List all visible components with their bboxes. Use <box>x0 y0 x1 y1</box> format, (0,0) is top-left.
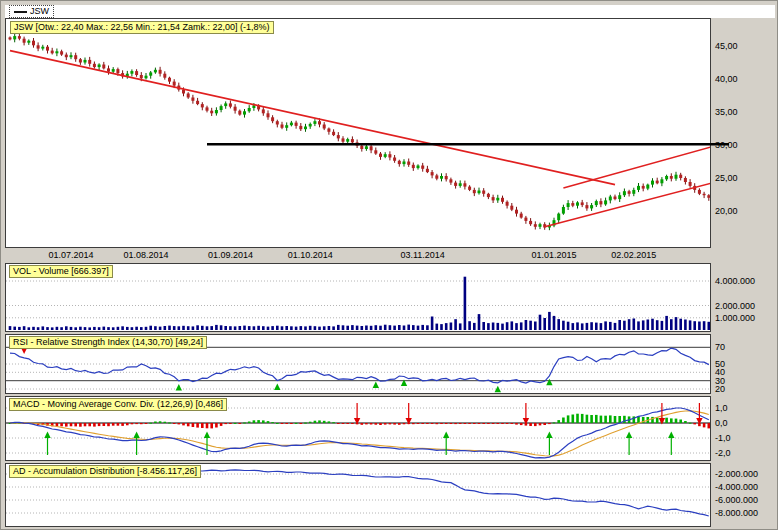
series-line-sample-icon <box>14 11 27 13</box>
svg-text:30: 30 <box>715 376 725 386</box>
svg-text:1,0: 1,0 <box>715 403 728 413</box>
svg-text:-2.000.000: -2.000.000 <box>715 469 758 479</box>
svg-text:01.10.2014: 01.10.2014 <box>288 250 333 260</box>
svg-text:40,00: 40,00 <box>715 74 738 84</box>
price-panel-title[interactable]: JSW [Otw.: 22,40 Max.: 22,56 Min.: 21,54… <box>10 21 274 34</box>
svg-text:1.000.000: 1.000.000 <box>715 313 755 323</box>
chart-application-window: JSW JSW [Otw.: 22,40 Max.: 22,56 Min.: 2… <box>0 0 778 530</box>
svg-text:01.09.2014: 01.09.2014 <box>208 250 253 260</box>
svg-text:30,00: 30,00 <box>715 140 738 150</box>
svg-text:50: 50 <box>715 359 725 369</box>
svg-text:20,00: 20,00 <box>715 206 738 216</box>
svg-text:4.000.000: 4.000.000 <box>715 276 755 286</box>
svg-text:-6.000.000: -6.000.000 <box>715 495 758 505</box>
volume-panel-title[interactable]: VOL - Volume [666.397] <box>9 265 113 278</box>
svg-text:-1,0: -1,0 <box>715 433 731 443</box>
svg-text:70: 70 <box>715 342 725 352</box>
date-axis-labels: 01.07.201401.08.201401.09.201401.10.2014… <box>48 250 656 260</box>
series-legend-label: JSW <box>30 6 49 17</box>
svg-text:2.000.000: 2.000.000 <box>715 301 755 311</box>
legend-strip: JSW <box>5 5 775 18</box>
price-chart-panel[interactable] <box>5 18 711 248</box>
svg-text:25,00: 25,00 <box>715 173 738 183</box>
svg-text:-8.000.000: -8.000.000 <box>715 508 758 518</box>
svg-text:40: 40 <box>715 367 725 377</box>
svg-text:45,00: 45,00 <box>715 41 738 51</box>
svg-text:02.02.2015: 02.02.2015 <box>611 250 656 260</box>
svg-text:03.11.2014: 03.11.2014 <box>401 250 445 260</box>
svg-text:01.07.2014: 01.07.2014 <box>48 250 93 260</box>
svg-text:01.01.2015: 01.01.2015 <box>531 250 576 260</box>
svg-text:0,0: 0,0 <box>715 418 728 428</box>
macd-panel-title[interactable]: MACD - Moving Average Conv. Div. (12,26,… <box>9 398 227 411</box>
rsi-panel-title[interactable]: RSI - Relative Strength Index (14,30,70)… <box>9 336 207 349</box>
svg-text:20: 20 <box>715 384 725 394</box>
svg-text:-4.000.000: -4.000.000 <box>715 482 758 492</box>
svg-text:01.08.2014: 01.08.2014 <box>123 250 168 260</box>
y-axis-labels: 45,0040,0035,0030,0025,0020,004.000.0002… <box>715 41 758 518</box>
svg-text:35,00: 35,00 <box>715 107 738 117</box>
ad-panel-title[interactable]: AD - Accumulation Distribution [-8.456.1… <box>9 465 201 478</box>
series-legend-item[interactable]: JSW <box>9 5 54 18</box>
svg-text:-2,0: -2,0 <box>715 448 731 458</box>
